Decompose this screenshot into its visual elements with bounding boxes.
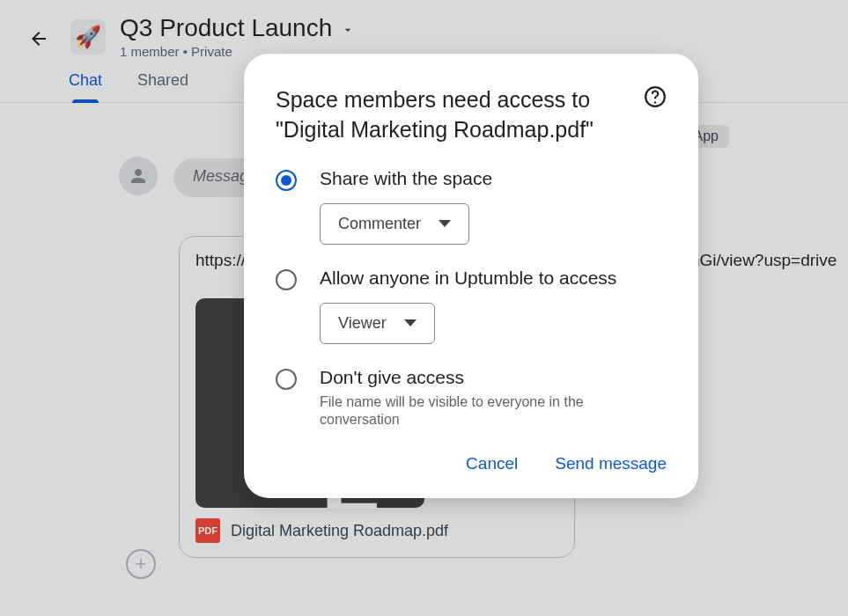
option-hint: File name will be visible to everyone in… [320,393,667,430]
send-message-button[interactable]: Send message [555,454,667,473]
option-anyone-in-org[interactable]: Allow anyone in Uptumble to access Viewe… [276,268,667,344]
help-icon [644,85,667,108]
share-access-modal: Space members need access to "Digital Ma… [244,54,698,498]
anyone-org-role-dropdown[interactable]: Viewer [320,303,435,344]
cancel-button[interactable]: Cancel [466,454,518,473]
option-label: Don't give access [320,367,667,388]
option-label: Share with the space [320,168,492,189]
option-no-access[interactable]: Don't give access File name will be visi… [276,367,667,430]
option-share-with-space[interactable]: Share with the space Commenter [276,168,667,245]
help-button[interactable] [644,85,667,112]
radio-anyone-org[interactable] [276,269,297,290]
modal-title: Space members need access to "Digital Ma… [276,85,626,145]
share-space-role-dropdown[interactable]: Commenter [320,203,469,245]
radio-share-space[interactable] [276,170,297,191]
chevron-down-icon [439,220,451,227]
radio-no-access[interactable] [276,369,297,390]
option-label: Allow anyone in Uptumble to access [320,268,616,289]
chevron-down-icon [404,319,417,326]
